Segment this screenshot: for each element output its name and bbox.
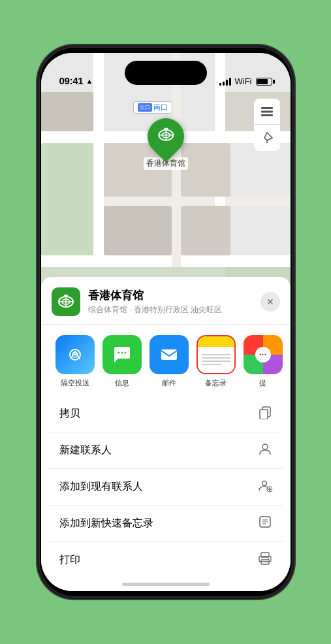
- map-block-2: [181, 143, 230, 197]
- phone-screen: 09:41 ▲ WiFi: [41, 53, 291, 591]
- svg-point-34: [268, 558, 269, 560]
- stadium-pin-icon: [157, 126, 175, 148]
- map-controls: [254, 99, 280, 151]
- map-block-5: [41, 92, 93, 131]
- action-add-notes-label: 添加到新快速备忘录: [59, 517, 153, 530]
- svg-point-18: [124, 352, 126, 354]
- svg-rect-12: [64, 295, 68, 297]
- action-add-existing-label: 添加到现有联系人: [59, 480, 143, 494]
- svg-rect-4: [164, 128, 168, 131]
- message-icon: [102, 335, 142, 374]
- print-icon: [258, 551, 272, 569]
- location-button[interactable]: [254, 125, 280, 151]
- status-time: 09:41: [59, 75, 84, 86]
- share-item-more[interactable]: ··· 提: [240, 335, 287, 388]
- location-arrow-icon: ▲: [86, 77, 93, 85]
- close-button[interactable]: ✕: [260, 292, 280, 312]
- copy-icon: [258, 405, 272, 423]
- svg-rect-6: [261, 110, 273, 112]
- mail-label: 邮件: [162, 378, 176, 388]
- phone-frame: 09:41 ▲ WiFi: [39, 46, 293, 598]
- battery-icon: [256, 78, 272, 86]
- svg-rect-19: [161, 349, 177, 360]
- share-row: 隔空投送 信息: [41, 325, 291, 393]
- airdrop-label: 隔空投送: [61, 378, 89, 388]
- wifi-icon: WiFi: [235, 76, 252, 86]
- venue-icon: [52, 287, 80, 316]
- venue-info: 香港体育馆 综合体育馆 · 香港特别行政区 油尖旺区: [88, 288, 253, 315]
- action-print-label: 打印: [59, 553, 80, 567]
- action-copy-label: 拷贝: [59, 407, 80, 421]
- svg-point-23: [262, 481, 266, 486]
- home-indicator: [122, 583, 210, 586]
- message-label: 信息: [115, 378, 129, 388]
- venue-desc: 综合体育馆 · 香港特别行政区 油尖旺区: [88, 304, 253, 315]
- map-layers-button[interactable]: [254, 99, 280, 125]
- map-block-4: [181, 206, 230, 255]
- add-notes-icon: [258, 515, 272, 532]
- road-h3: [41, 255, 291, 267]
- more-label: 提: [259, 378, 266, 388]
- signal-bar-4: [229, 78, 231, 86]
- share-item-message[interactable]: 信息: [99, 335, 146, 388]
- stadium-marker[interactable]: 香港体育馆: [144, 118, 188, 170]
- action-new-contact-label: 新建联系人: [59, 443, 112, 457]
- svg-point-16: [118, 352, 119, 354]
- mail-icon: [150, 335, 189, 374]
- signal-bar-3: [226, 80, 228, 86]
- signal-bars: [219, 78, 231, 86]
- new-contact-icon: [258, 442, 272, 459]
- dynamic-island: [125, 61, 207, 85]
- action-add-existing[interactable]: 添加到现有联系人: [49, 469, 283, 506]
- svg-point-17: [121, 352, 123, 354]
- add-existing-icon: [258, 478, 272, 496]
- stadium-pin: [140, 110, 191, 162]
- green-area-1: [41, 143, 93, 255]
- map-block-3: [104, 206, 172, 255]
- action-add-notes[interactable]: 添加到新快速备忘录: [49, 506, 283, 542]
- share-item-airdrop[interactable]: 隔空投送: [52, 335, 99, 388]
- share-item-mail[interactable]: 邮件: [146, 335, 193, 388]
- bottom-sheet: 香港体育馆 综合体育馆 · 香港特别行政区 油尖旺区 ✕: [41, 277, 291, 591]
- venue-name: 香港体育馆: [88, 288, 253, 303]
- notes-icon: [197, 335, 236, 374]
- svg-rect-21: [260, 410, 268, 419]
- airdrop-icon: [55, 335, 95, 374]
- nankou-label: 出口 南口: [133, 101, 172, 114]
- action-copy[interactable]: 拷贝: [49, 396, 283, 432]
- signal-bar-2: [223, 82, 225, 86]
- action-print[interactable]: 打印: [49, 542, 283, 578]
- share-item-notes[interactable]: 备忘录: [193, 335, 240, 388]
- action-new-contact[interactable]: 新建联系人: [49, 432, 283, 469]
- battery-fill: [257, 79, 268, 84]
- svg-rect-5: [261, 107, 273, 109]
- status-icons: WiFi: [219, 76, 272, 86]
- svg-rect-7: [261, 114, 273, 116]
- notes-label: 备忘录: [205, 378, 227, 388]
- exit-badge: 出口: [138, 103, 152, 112]
- more-icon: ···: [244, 335, 283, 374]
- svg-point-15: [74, 354, 76, 356]
- signal-bar-1: [219, 83, 221, 86]
- svg-point-22: [262, 444, 268, 449]
- sheet-header: 香港体育馆 综合体育馆 · 香港特别行政区 油尖旺区 ✕: [41, 277, 291, 325]
- action-list: 拷贝 新建联系人: [49, 396, 283, 578]
- nankou-text: 南口: [153, 103, 168, 112]
